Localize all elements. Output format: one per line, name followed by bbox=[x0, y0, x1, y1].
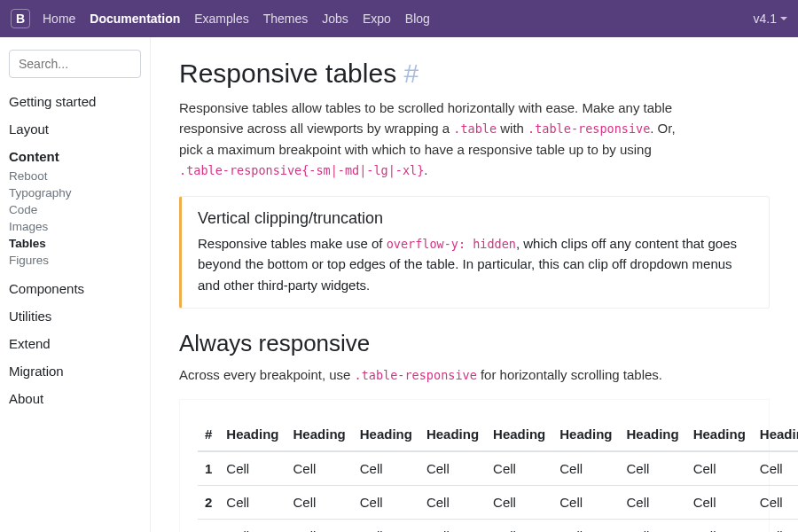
table-cell: Cell bbox=[552, 520, 619, 533]
responsive-table: #HeadingHeadingHeadingHeadingHeadingHead… bbox=[198, 418, 798, 532]
inline-code: .table-responsive bbox=[355, 368, 477, 382]
nav-link[interactable]: Documentation bbox=[90, 12, 180, 26]
table-cell: Cell bbox=[286, 520, 353, 533]
sidebar-item[interactable]: Figures bbox=[9, 252, 141, 269]
table-header: Heading bbox=[753, 418, 798, 451]
table-cell: Cell bbox=[219, 451, 286, 486]
warning-callout: Vertical clipping/truncation Responsive … bbox=[179, 196, 770, 309]
sidebar-group-title[interactable]: Utilities bbox=[9, 309, 141, 324]
table-header: # bbox=[198, 418, 219, 451]
sidebar-group-title[interactable]: Content bbox=[9, 149, 141, 164]
row-index: 2 bbox=[198, 486, 219, 520]
nav-links: HomeDocumentationExamplesThemesJobsExpoB… bbox=[43, 12, 754, 26]
nav-link[interactable]: Themes bbox=[263, 12, 309, 26]
sidebar-item[interactable]: Code bbox=[9, 201, 141, 218]
table-cell: Cell bbox=[219, 486, 286, 520]
table-cell: Cell bbox=[419, 486, 486, 520]
inline-code: .table-responsive{-sm|-md|-lg|-xl} bbox=[179, 163, 424, 177]
search-input[interactable] bbox=[9, 50, 141, 78]
table-header: Heading bbox=[486, 418, 552, 451]
inline-code: overflow-y: hidden bbox=[387, 237, 516, 251]
table-cell: Cell bbox=[552, 486, 619, 520]
nav-link[interactable]: Expo bbox=[363, 12, 391, 26]
nav-link[interactable]: Examples bbox=[194, 12, 248, 26]
table-cell: Cell bbox=[353, 486, 419, 520]
table-header: Heading bbox=[419, 418, 486, 451]
callout-body: Responsive tables make use of overflow-y… bbox=[198, 233, 753, 295]
table-row: 2CellCellCellCellCellCellCellCellCell bbox=[198, 486, 798, 520]
table-cell: Cell bbox=[753, 486, 798, 520]
sidebar-group-title[interactable]: Migration bbox=[9, 364, 141, 379]
table-cell: Cell bbox=[686, 486, 753, 520]
sidebar-item[interactable]: Reboot bbox=[9, 168, 141, 184]
sidebar-group-title[interactable]: Layout bbox=[9, 121, 141, 137]
table-cell: Cell bbox=[486, 486, 552, 520]
table-header: Heading bbox=[353, 418, 419, 451]
section-lead: Across every breakpoint, use .table-resp… bbox=[179, 364, 676, 385]
table-header: Heading bbox=[619, 418, 685, 451]
table-cell: Cell bbox=[753, 520, 798, 533]
table-cell: Cell bbox=[686, 520, 753, 533]
table-cell: Cell bbox=[353, 451, 419, 486]
table-cell: Cell bbox=[286, 451, 353, 486]
table-cell: Cell bbox=[419, 520, 486, 533]
brand-logo[interactable]: B bbox=[11, 9, 30, 28]
main-content: Responsive tables # Responsive tables al… bbox=[151, 37, 798, 532]
table-cell: Cell bbox=[419, 451, 486, 486]
section-title: Always responsive bbox=[179, 330, 770, 357]
sidebar-group-title[interactable]: Extend bbox=[9, 336, 141, 351]
nav-link[interactable]: Home bbox=[43, 12, 75, 26]
row-index: 3 bbox=[198, 520, 219, 533]
sidebar-group-title[interactable]: Getting started bbox=[9, 94, 141, 109]
table-header: Heading bbox=[552, 418, 619, 451]
sidebar: Getting startedLayoutContentRebootTypogr… bbox=[0, 37, 151, 532]
version-dropdown[interactable]: v4.1 bbox=[754, 12, 787, 26]
table-cell: Cell bbox=[619, 486, 685, 520]
table-cell: Cell bbox=[552, 451, 619, 486]
page-title: Responsive tables # bbox=[179, 59, 770, 89]
table-header: Heading bbox=[286, 418, 353, 451]
table-example: #HeadingHeadingHeadingHeadingHeadingHead… bbox=[179, 399, 770, 532]
table-header: Heading bbox=[219, 418, 286, 451]
sidebar-item[interactable]: Images bbox=[9, 218, 141, 235]
table-cell: Cell bbox=[353, 520, 419, 533]
nav-link[interactable]: Blog bbox=[405, 12, 430, 26]
table-cell: Cell bbox=[219, 520, 286, 533]
table-row: 1CellCellCellCellCellCellCellCellCell bbox=[198, 451, 798, 486]
table-cell: Cell bbox=[286, 486, 353, 520]
table-cell: Cell bbox=[753, 451, 798, 486]
table-header: Heading bbox=[686, 418, 753, 451]
table-cell: Cell bbox=[686, 451, 753, 486]
inline-code: .table-responsive bbox=[528, 121, 650, 136]
table-cell: Cell bbox=[619, 451, 685, 486]
table-cell: Cell bbox=[619, 520, 685, 533]
table-cell: Cell bbox=[486, 520, 552, 533]
anchor-link[interactable]: # bbox=[404, 59, 419, 88]
sidebar-group-title[interactable]: Components bbox=[9, 281, 141, 296]
callout-title: Vertical clipping/truncation bbox=[198, 209, 753, 228]
table-row: 3CellCellCellCellCellCellCellCellCell bbox=[198, 520, 798, 533]
nav-link[interactable]: Jobs bbox=[322, 12, 348, 26]
intro-paragraph: Responsive tables allow tables to be scr… bbox=[179, 98, 676, 180]
sidebar-group-title[interactable]: About bbox=[9, 391, 141, 406]
chevron-down-icon bbox=[780, 17, 787, 20]
sidebar-item[interactable]: Tables bbox=[9, 235, 141, 252]
inline-code: .table bbox=[453, 121, 497, 136]
row-index: 1 bbox=[198, 451, 219, 486]
top-navbar: B HomeDocumentationExamplesThemesJobsExp… bbox=[0, 0, 798, 37]
sidebar-nav: Getting startedLayoutContentRebootTypogr… bbox=[9, 94, 141, 406]
table-cell: Cell bbox=[486, 451, 552, 486]
sidebar-item[interactable]: Typography bbox=[9, 184, 141, 201]
version-label: v4.1 bbox=[754, 12, 777, 26]
